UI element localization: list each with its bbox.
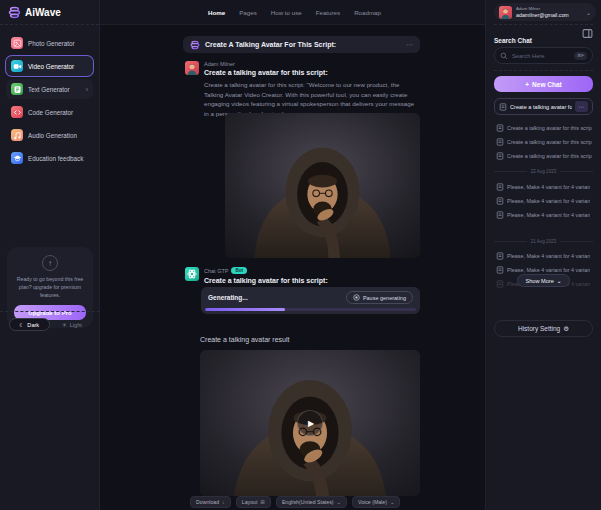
search-chat-title: Search Chat bbox=[494, 37, 532, 44]
history-setting-button[interactable]: History Setting ⚙ bbox=[494, 320, 593, 337]
history-item[interactable]: Please, Make 4 variant for 4 varian bbox=[496, 194, 595, 207]
pause-label: Pause generating bbox=[363, 295, 406, 301]
language-label: English(United States) bbox=[282, 499, 334, 505]
user-profile-chip[interactable]: Adam Milner adamilner@gmail.com ⌄ bbox=[494, 3, 596, 21]
layout-button[interactable]: Layout ⊞ bbox=[236, 496, 271, 508]
nav-features[interactable]: Features bbox=[316, 9, 340, 16]
sidebar-item-photo-generator[interactable]: Photo Generator bbox=[6, 33, 93, 53]
play-button[interactable]: ▶ bbox=[297, 410, 323, 436]
nav-home[interactable]: Home bbox=[208, 9, 225, 16]
history-item-label: Create a talking avatar for this scrip bbox=[507, 153, 592, 159]
new-chat-button[interactable]: + New Chat bbox=[494, 76, 593, 92]
history-item[interactable]: Create a talking avatar for this scrip bbox=[496, 135, 595, 148]
light-mode-button[interactable]: ☀ Light bbox=[53, 318, 92, 331]
brand-name: AiWave bbox=[25, 7, 61, 18]
video-icon bbox=[11, 60, 23, 72]
history-item[interactable]: Create a talking avatar for this scrip bbox=[496, 121, 595, 134]
chat-title: Create A Talking Avatar For This Script: bbox=[205, 41, 401, 48]
dark-mode-button[interactable]: ☾ Dark bbox=[9, 318, 50, 331]
download-button[interactable]: Download ↓ bbox=[190, 496, 231, 508]
result-video-preview: ▶ bbox=[200, 350, 420, 496]
layout-icon: ⊞ bbox=[260, 499, 265, 505]
chat-item-menu-button[interactable]: ⋯ bbox=[575, 101, 588, 112]
bot-message-heading: Create a talking avatar for this script: bbox=[204, 277, 328, 284]
download-label: Download bbox=[196, 499, 219, 505]
document-icon bbox=[496, 252, 504, 260]
history-item[interactable]: Please, Make 4 variant for 4 varian bbox=[496, 208, 595, 221]
collapse-panel-icon[interactable] bbox=[582, 28, 593, 39]
language-select[interactable]: English(United States) ⌄ bbox=[276, 496, 347, 508]
sun-icon: ☀ bbox=[62, 322, 67, 328]
voice-select[interactable]: Voice (Male) ⌄ bbox=[352, 496, 400, 508]
new-chat-label: New Chat bbox=[532, 81, 562, 88]
chat-title-bar: Create A Talking Avatar For This Script:… bbox=[183, 36, 420, 53]
nav-how-to-use[interactable]: How to use bbox=[271, 9, 302, 16]
stop-circle-icon bbox=[353, 294, 360, 301]
history-item[interactable]: Please, Make 4 variant for 4 varian bbox=[496, 249, 595, 262]
history-item-label: Create a talking avatar for this scrip bbox=[507, 139, 592, 145]
history-item[interactable]: Please, Make 4 variant for 4 varian bbox=[496, 180, 595, 193]
active-chat-label: Create a talking avatar for this bbox=[510, 104, 572, 110]
sidebar-item-audio-generation[interactable]: Audio Generation bbox=[6, 125, 93, 145]
sidebar-item-text-generator[interactable]: Text Generator › bbox=[6, 79, 93, 99]
arrow-up-icon: ↑ bbox=[42, 255, 58, 271]
sidebar-item-code-generator[interactable]: Code Generator bbox=[6, 102, 93, 122]
result-label: Create a talking avatar result bbox=[200, 336, 290, 343]
document-icon bbox=[496, 211, 504, 219]
sidebar-item-label: Video Generator bbox=[28, 63, 74, 70]
user-email: adamilner@gmail.com bbox=[516, 12, 569, 18]
date-label: 22 Aug 2023 bbox=[531, 169, 556, 174]
sidebar-item-video-generator[interactable]: Video Generator bbox=[6, 56, 93, 76]
search-icon bbox=[500, 52, 508, 60]
search-input[interactable] bbox=[512, 53, 570, 59]
play-icon: ▶ bbox=[308, 419, 314, 428]
history-item-label: Please, Make 4 variant for 4 varian bbox=[507, 253, 590, 259]
chevron-right-icon: › bbox=[86, 86, 88, 93]
sidebar-item-education-feedback[interactable]: Education feedback bbox=[6, 148, 93, 168]
date-divider: 22 Aug 2023 bbox=[494, 166, 593, 176]
generator-menu: Photo Generator Video Generator Text Gen… bbox=[0, 25, 99, 168]
nav-roadmap[interactable]: Roadmap bbox=[354, 9, 381, 16]
chat-title-icon bbox=[190, 40, 200, 50]
sidebar-item-label: Code Generator bbox=[28, 109, 73, 116]
pause-generating-button[interactable]: Pause generating bbox=[346, 291, 413, 304]
active-chat-item[interactable]: Create a talking avatar for this ⋯ bbox=[494, 98, 593, 115]
chevron-down-icon: ⌄ bbox=[557, 278, 562, 284]
history-item[interactable]: Create a talking avatar for this scrip bbox=[496, 149, 595, 162]
bot-message-author: Chat GTPBot bbox=[204, 267, 247, 274]
main-nav: Home Pages How to use Features Roadmap bbox=[100, 0, 485, 25]
dark-label: Dark bbox=[27, 322, 39, 328]
sidebar-item-label: Audio Generation bbox=[28, 132, 77, 139]
user-avatar bbox=[185, 61, 199, 75]
document-icon bbox=[496, 152, 504, 160]
document-icon bbox=[496, 197, 504, 205]
gear-icon: ⚙ bbox=[563, 325, 569, 333]
chevron-down-icon: ⌄ bbox=[337, 499, 342, 505]
voice-label: Voice (Male) bbox=[358, 499, 387, 505]
user-message-heading: Create a talking avatar for this script: bbox=[204, 69, 328, 76]
document-icon bbox=[496, 183, 504, 191]
layout-label: Layout bbox=[242, 499, 258, 505]
sidebar-item-label: Text Generator bbox=[28, 86, 70, 93]
plus-icon: + bbox=[525, 81, 529, 88]
nav-pages[interactable]: Pages bbox=[239, 9, 257, 16]
download-icon: ↓ bbox=[222, 499, 225, 505]
history-item-label: Please, Make 4 variant for 4 varian bbox=[507, 184, 590, 190]
sidebar-item-label: Photo Generator bbox=[28, 40, 75, 47]
show-more-button[interactable]: Show More ⌄ bbox=[517, 274, 571, 287]
document-icon bbox=[496, 124, 504, 132]
brand-logo[interactable]: AiWave bbox=[0, 0, 99, 25]
divider bbox=[494, 70, 593, 71]
document-icon bbox=[496, 280, 504, 288]
search-box: ⌘F bbox=[494, 47, 593, 64]
user-message-author: Adam Milner bbox=[204, 61, 235, 67]
search-shortcut-badge: ⌘F bbox=[574, 52, 587, 60]
moon-icon: ☾ bbox=[19, 322, 24, 328]
generation-progress-fill bbox=[205, 308, 285, 311]
theme-toggle: ☾ Dark ☀ Light bbox=[0, 311, 100, 331]
code-icon bbox=[11, 106, 23, 118]
right-sidebar: Adam Milner adamilner@gmail.com ⌄ Search… bbox=[485, 0, 601, 510]
app-window: AiWave Photo Generator Video Generator T… bbox=[0, 0, 601, 510]
chat-options-button[interactable]: ⋯ bbox=[406, 41, 413, 49]
sidebar-item-label: Education feedback bbox=[28, 155, 83, 162]
